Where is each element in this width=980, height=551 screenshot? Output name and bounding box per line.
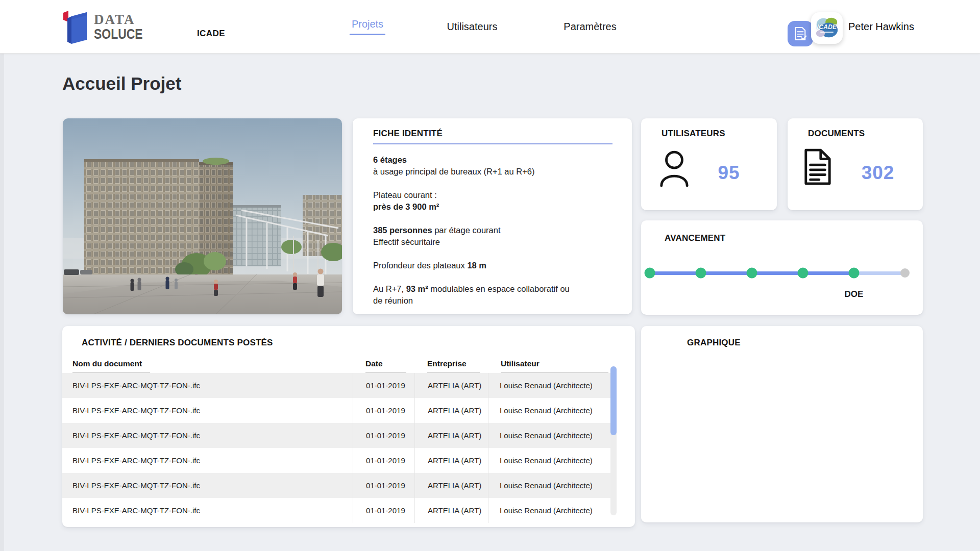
document-icon bbox=[803, 148, 832, 188]
fiche-paragraph: 385 personnes par étage courantEffectif … bbox=[373, 224, 619, 248]
documents-stat-card: DOCUMENTS 302 bbox=[788, 118, 923, 210]
users-stat-title: UTILISATEURS bbox=[662, 129, 725, 139]
users-stat-card: UTILISATEURS 95 bbox=[641, 118, 777, 210]
table-cell: Louise Renaud (Architecte) bbox=[488, 473, 610, 498]
table-cell: BIV-LPS-EXE-ARC-MQT-TZ-FON-.ifc bbox=[62, 373, 353, 398]
table-cell: Louise Renaud (Architecte) bbox=[488, 448, 610, 473]
page-title: Accueil Projet bbox=[62, 73, 181, 94]
activity-title: ACTIVITÉ / DERNIERS DOCUMENTS POSTÉS bbox=[82, 338, 273, 348]
fiche-title-rule bbox=[373, 143, 612, 144]
milestone-label: DOE bbox=[845, 289, 864, 299]
column-header-2[interactable]: Entreprise bbox=[414, 355, 488, 373]
nav-item-2[interactable]: Paramètres bbox=[564, 0, 616, 53]
avancement-title: AVANCEMENT bbox=[665, 233, 725, 243]
documents-stat-title: DOCUMENTS bbox=[808, 129, 865, 139]
graphique-title: GRAPHIQUE bbox=[687, 338, 741, 348]
table-cell: Louise Renaud (Architecte) bbox=[488, 373, 610, 398]
table-scrollbar[interactable] bbox=[610, 366, 617, 515]
table-cell: 01-01-2019 bbox=[353, 448, 414, 473]
table-row[interactable]: BIV-LPS-EXE-ARC-MQT-TZ-FON-.ifc01-01-201… bbox=[62, 373, 610, 398]
project-avatar[interactable]: ICADE bbox=[811, 12, 843, 44]
avatar-tagline bbox=[820, 32, 834, 33]
progress-step-pending bbox=[900, 268, 910, 278]
progress-step-done bbox=[645, 268, 655, 279]
progress-track: DOE bbox=[650, 267, 905, 279]
activity-rows: BIV-LPS-EXE-ARC-MQT-TZ-FON-.ifc01-01-201… bbox=[62, 373, 610, 523]
table-cell: ARTELIA (ART) bbox=[414, 423, 488, 448]
fiche-paragraph: Plateau courant :près de 3 900 m² bbox=[373, 189, 619, 213]
column-header-1[interactable]: Date bbox=[353, 355, 414, 373]
table-cell: BIV-LPS-EXE-ARC-MQT-TZ-FON-.ifc bbox=[62, 498, 353, 523]
progress-step-done bbox=[849, 268, 860, 279]
table-cell: Louise Renaud (Architecte) bbox=[488, 498, 610, 523]
scrollbar-thumb[interactable] bbox=[610, 366, 617, 435]
activity-card: ACTIVITÉ / DERNIERS DOCUMENTS POSTÉS Nom… bbox=[62, 326, 635, 527]
table-cell: 01-01-2019 bbox=[353, 398, 414, 423]
avatar-label: ICADE bbox=[817, 23, 837, 31]
documents-count: 302 bbox=[862, 162, 895, 184]
table-cell: ARTELIA (ART) bbox=[414, 498, 488, 523]
document-check-icon bbox=[794, 26, 807, 41]
fiche-title: FICHE IDENTITÉ bbox=[373, 129, 443, 139]
fiche-paragraph: 6 étagesà usage principal de bureaux (R+… bbox=[373, 154, 619, 178]
progress-step-done bbox=[747, 268, 757, 279]
column-header-3[interactable]: Utilisateur bbox=[488, 355, 610, 373]
column-header-0[interactable]: Nom du document bbox=[62, 355, 353, 373]
table-cell: 01-01-2019 bbox=[353, 423, 414, 448]
avancement-card: AVANCEMENT DOE bbox=[641, 220, 923, 315]
table-cell: BIV-LPS-EXE-ARC-MQT-TZ-FON-.ifc bbox=[62, 448, 353, 473]
user-menu[interactable]: Peter Hawkins bbox=[848, 0, 914, 53]
nav-item-0[interactable]: Projets bbox=[352, 0, 383, 53]
activity-header: Nom du documentDateEntrepriseUtilisateur bbox=[62, 355, 610, 373]
table-cell: BIV-LPS-EXE-ARC-MQT-TZ-FON-.ifc bbox=[62, 473, 353, 498]
graphique-card: GRAPHIQUE bbox=[641, 326, 923, 522]
users-count: 95 bbox=[718, 162, 740, 184]
person-icon bbox=[658, 149, 690, 191]
screen: DATA SOLUCE ICADE ProjetsUtilisateursPar… bbox=[0, 0, 980, 551]
table-row[interactable]: BIV-LPS-EXE-ARC-MQT-TZ-FON-.ifc01-01-201… bbox=[62, 398, 610, 423]
table-row[interactable]: BIV-LPS-EXE-ARC-MQT-TZ-FON-.ifc01-01-201… bbox=[62, 423, 610, 448]
fiche-body: 6 étagesà usage principal de bureaux (R+… bbox=[373, 154, 619, 318]
table-cell: ARTELIA (ART) bbox=[414, 448, 488, 473]
table-cell: ARTELIA (ART) bbox=[414, 373, 488, 398]
documents-validation-button[interactable] bbox=[788, 21, 813, 46]
progress-step-done bbox=[798, 268, 808, 279]
table-cell: 01-01-2019 bbox=[353, 498, 414, 523]
table-cell: Louise Renaud (Architecte) bbox=[488, 398, 610, 423]
table-cell: 01-01-2019 bbox=[353, 473, 414, 498]
table-cell: ARTELIA (ART) bbox=[414, 398, 488, 423]
building-photo bbox=[63, 118, 342, 314]
scroll-track-strip bbox=[0, 53, 4, 551]
fiche-identite-card: FICHE IDENTITÉ 6 étagesà usage principal… bbox=[353, 118, 632, 314]
progress-step-done bbox=[696, 268, 706, 279]
top-navbar: DATA SOLUCE ICADE ProjetsUtilisateursPar… bbox=[0, 0, 980, 54]
table-row[interactable]: BIV-LPS-EXE-ARC-MQT-TZ-FON-.ifc01-01-201… bbox=[62, 473, 610, 498]
table-row[interactable]: BIV-LPS-EXE-ARC-MQT-TZ-FON-.ifc01-01-201… bbox=[62, 448, 610, 473]
nav-item-1[interactable]: Utilisateurs bbox=[447, 0, 498, 53]
fiche-paragraph: Au R+7, 93 m² modulables en espace colla… bbox=[373, 283, 619, 307]
table-cell: Louise Renaud (Architecte) bbox=[488, 423, 610, 448]
table-cell: ARTELIA (ART) bbox=[414, 473, 488, 498]
progress-line-remaining bbox=[854, 271, 905, 275]
table-cell: BIV-LPS-EXE-ARC-MQT-TZ-FON-.ifc bbox=[62, 423, 353, 448]
fiche-paragraph: Profondeur des plateaux 18 m bbox=[373, 260, 619, 271]
table-row[interactable]: BIV-LPS-EXE-ARC-MQT-TZ-FON-.ifc01-01-201… bbox=[62, 498, 610, 523]
table-cell: 01-01-2019 bbox=[353, 373, 414, 398]
table-cell: BIV-LPS-EXE-ARC-MQT-TZ-FON-.ifc bbox=[62, 398, 353, 423]
project-photo-card bbox=[63, 118, 342, 314]
